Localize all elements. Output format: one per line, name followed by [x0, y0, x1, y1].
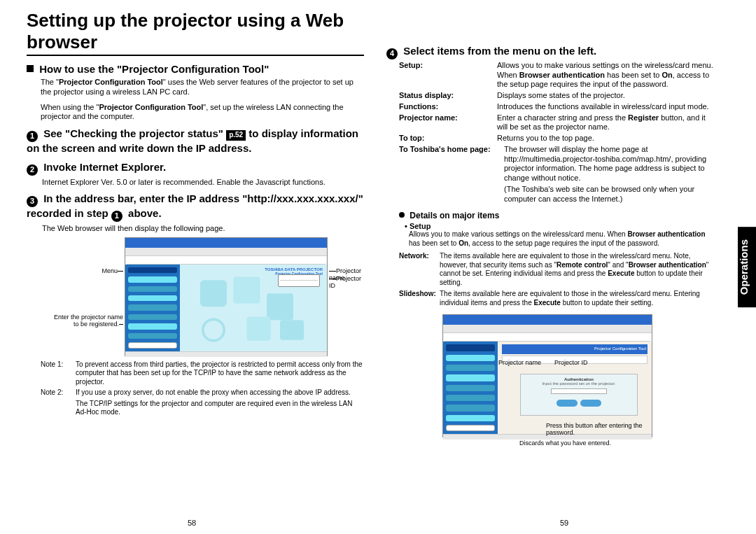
step-number-1-ref-icon: 1: [111, 211, 122, 222]
callout2-projector-name: Projector name: [498, 360, 541, 367]
side-tab-label: Operations: [738, 227, 756, 307]
setup-subhead: • Setup: [405, 222, 717, 230]
step-number-2-icon: 2: [27, 164, 38, 176]
screenshot-auth: Projector Configuration Tool Authenticat…: [442, 314, 652, 437]
note-1: Note 1: To prevent access from third par…: [41, 360, 364, 387]
toshiba-logo: [128, 267, 177, 273]
step-2: 2 Invoke Internet Explorer.: [27, 161, 364, 176]
detail-network: Network: The items available here are eq…: [399, 252, 717, 287]
step-3-body: The Web browser will then display the fo…: [42, 223, 364, 233]
step-2-body: Internet Explorer Ver. 5.0 or later is r…: [42, 177, 364, 187]
callout-menu: Menu: [74, 268, 123, 275]
password-input-mock: [551, 388, 607, 394]
screenshot2-tool-label: Projector Configuration Tool: [594, 346, 646, 351]
callout-projector-id: Projector ID: [329, 276, 364, 290]
screenshot-auth-menu: [443, 342, 498, 434]
step-number-3-icon: 3: [27, 196, 38, 207]
notes-block: Note 1: To prevent access from third par…: [41, 360, 364, 417]
screenshot-main: TOSHIBA DATA PROJECTOR Projector Configu…: [125, 237, 328, 356]
setup-text: Allows you to make various settings on t…: [409, 230, 717, 248]
svg-rect-2: [267, 293, 293, 320]
details-heading: Details on major items: [399, 211, 717, 220]
svg-rect-0: [200, 280, 227, 307]
circle-bullet-icon: [399, 212, 405, 218]
svg-point-3: [203, 319, 224, 340]
step-number-1-icon: 1: [27, 131, 38, 142]
step-3: 3 In the address bar, enter the IP addre…: [27, 192, 364, 222]
callout-press-button: Press this button after entering the pas…: [546, 423, 658, 437]
svg-rect-5: [280, 320, 304, 340]
step-1: 1 See "Checking the projector status" p.…: [27, 127, 364, 155]
clear-button-mock: [580, 400, 601, 407]
rule: [27, 55, 364, 56]
step-number-4-icon: 4: [386, 48, 398, 59]
detail-slideshow: Slideshow: The items available here are …: [399, 290, 717, 307]
how-to-label: How to use the "Projector Configuration …: [39, 63, 269, 75]
note-extra: The TCP/IP settings for the projector an…: [41, 400, 364, 417]
how-to-heading: How to use the "Projector Configuration …: [27, 63, 364, 75]
menu-definitions: Setup:Allows you to make various setting…: [399, 61, 717, 204]
callout-discard: Discards what you have entered.: [519, 440, 645, 447]
page-number-left: 58: [188, 519, 196, 527]
square-bullet-icon: [27, 65, 34, 72]
name-id-box: [278, 274, 320, 287]
callout2-projector-id: Projector ID: [554, 360, 588, 367]
step-4: 4 Select items from the menu on the left…: [386, 45, 717, 59]
screenshot-menu: [125, 265, 180, 351]
svg-rect-1: [234, 276, 260, 303]
page-title: Setting up the projector using a Web bro…: [27, 10, 364, 53]
note-2: Note 2: If you use a proxy server, do no…: [41, 388, 364, 398]
callout-enter-name: Enter the projector name to be registere…: [53, 314, 123, 328]
page-number-right: 59: [560, 519, 568, 527]
how-to-p2: When using the "Projector Configuration …: [41, 103, 364, 122]
side-tab: Operations: [738, 0, 756, 534]
how-to-p1: The "Projector Configuration Tool" uses …: [41, 78, 364, 97]
svg-rect-4: [247, 316, 271, 340]
auth-panel: Authentication Input the password set on…: [520, 374, 638, 416]
enter-button-mock: [556, 400, 578, 407]
page-ref-badge: p.52: [226, 130, 246, 141]
